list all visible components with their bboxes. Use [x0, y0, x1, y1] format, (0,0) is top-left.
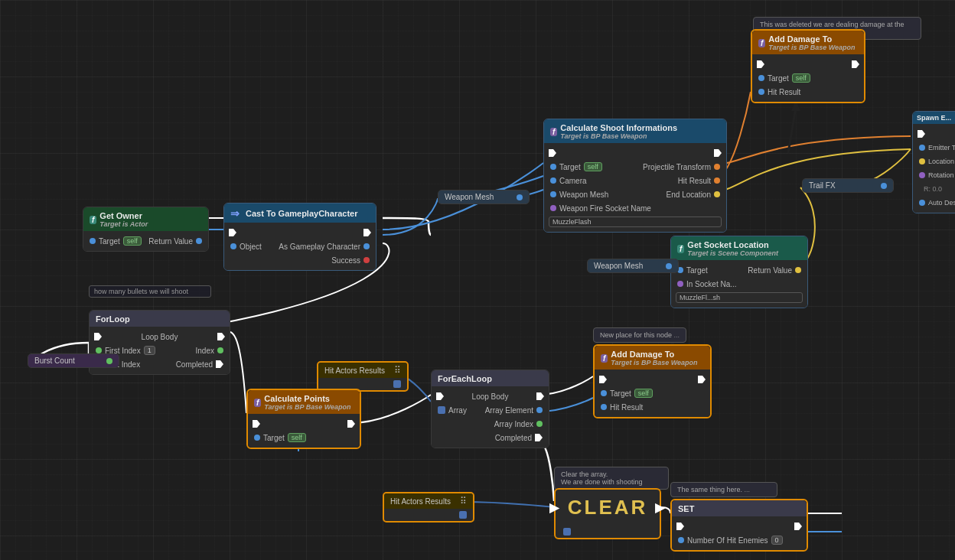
cast-to-gameplay-node[interactable]: ⇒ Cast To GameplayCharacter Object As Ga… — [223, 203, 376, 271]
muzzle-flash-badge: MuzzleFlash — [549, 217, 722, 227]
socket-pin — [550, 205, 556, 211]
end-location-pin — [714, 191, 720, 197]
burst-count-node[interactable]: Burst Count — [28, 353, 119, 368]
weapon-mesh-out-pin — [517, 194, 523, 200]
calculate-shoot-node[interactable]: f Calculate Shoot Informations Target is… — [543, 119, 727, 233]
hit-result-pin — [714, 177, 720, 184]
exec-out-arrow: ▶ — [655, 500, 666, 515]
spawn-emitter-node[interactable]: Spawn E... Emitter Te... Location Rotati… — [912, 111, 955, 213]
func-icon: f — [758, 39, 765, 47]
num-hit-enemies-pin — [678, 537, 684, 543]
camera-pin — [550, 177, 556, 184]
completed-pin — [535, 434, 543, 441]
exec-in-pin — [229, 229, 236, 236]
hit-actors-top-node[interactable]: Hit Actors Results ⠿ — [317, 361, 409, 392]
exec-in-pin — [599, 376, 607, 383]
return-value-pin — [196, 238, 202, 244]
trail-fx-node[interactable]: Trail FX — [802, 178, 894, 193]
as-gameplay-pin — [363, 243, 370, 249]
return-value-pin — [795, 267, 801, 273]
func-icon: f — [677, 245, 684, 253]
weapon-mesh-pin — [550, 191, 556, 197]
exec-out-pin — [852, 60, 859, 68]
clear-node[interactable]: ▶ CLEAR ▶ — [554, 488, 661, 539]
completed-pin — [216, 360, 223, 368]
func-icon: f — [601, 354, 608, 363]
trail-fx-out-pin — [881, 183, 887, 189]
exec-in-pin — [676, 523, 684, 530]
func-icon: f — [90, 216, 96, 224]
exec-in-pin — [436, 392, 444, 400]
hit-actors-bot-out-pin — [459, 511, 467, 519]
exec-in-pin — [549, 149, 556, 157]
clear-comment: Clear the array.We are done with shootin… — [554, 467, 669, 490]
target-pin — [254, 435, 260, 441]
exec-out-pin — [347, 420, 355, 428]
location-pin — [919, 158, 925, 164]
proj-transform-pin — [714, 164, 720, 170]
target-pin — [90, 238, 96, 244]
exec-out-pin — [714, 149, 722, 157]
success-pin — [363, 257, 370, 263]
exec-out-pin — [363, 229, 371, 236]
rotation-pin — [919, 172, 925, 178]
hit-actors-out-pin — [393, 380, 401, 388]
cast-icon: ⇒ — [230, 207, 240, 220]
same-thing-note: The same thing here. ... — [670, 482, 777, 497]
first-index-pin — [96, 347, 102, 353]
array-index-pin — [536, 421, 543, 427]
object-pin — [230, 243, 236, 249]
socket-name-pin — [677, 281, 683, 287]
calculate-points-node[interactable]: f Calculate Points Target is BP Base Wea… — [246, 389, 361, 449]
exec-in-pin — [757, 60, 764, 68]
hit-result-pin — [758, 89, 764, 95]
exec-in-pin — [253, 420, 260, 428]
weapon-mesh-mid-out-pin — [666, 263, 672, 269]
exec-in-arrow: ▶ — [549, 500, 560, 515]
get-owner-node[interactable]: f Get Owner Target is Actor Target self … — [83, 207, 209, 252]
set-node[interactable]: SET Number Of Hit Enemies 0 — [670, 499, 808, 552]
weapon-mesh-top-node[interactable]: Weapon Mesh — [438, 190, 530, 204]
emitter-pin — [919, 145, 925, 151]
clear-array-pin — [563, 528, 571, 536]
auto-dest-pin — [919, 200, 925, 206]
target-pin — [758, 75, 764, 81]
exec-out-pin — [794, 523, 802, 530]
exec-out-pin — [698, 376, 706, 383]
muzzle-badge: MuzzleFl...sh — [676, 292, 803, 303]
loop-body-pin — [536, 392, 544, 400]
loop-body-pin — [217, 333, 225, 340]
hit-actors-bot-node[interactable]: Hit Actors Results ⠿ — [383, 492, 474, 523]
hit-result-pin — [601, 404, 607, 410]
add-damage-top-node[interactable]: f Add Damage To Target is BP Base Weapon… — [751, 29, 865, 103]
foreach-loop-node[interactable]: ForEachLoop Loop Body Array Array Elemen… — [431, 370, 549, 448]
burst-count-out-pin — [106, 358, 112, 364]
array-element-pin — [536, 407, 543, 413]
index-pin — [217, 347, 223, 353]
get-socket-location-node[interactable]: f Get Socket Location Target is Scene Co… — [670, 236, 808, 308]
array-pin — [438, 406, 445, 414]
target-pin — [550, 164, 556, 170]
func-icon: f — [550, 128, 557, 136]
func-icon: f — [254, 399, 261, 407]
weapon-mesh-mid-node[interactable]: Weapon Mesh — [587, 259, 679, 273]
add-damage-mid-node[interactable]: f Add Damage To Target is BP Base Weapon… — [593, 344, 712, 418]
forloop-comment: how many bullets we will shoot — [89, 285, 211, 298]
exec-in-pin — [94, 333, 102, 340]
exec-in-pin — [918, 130, 925, 138]
target-pin — [601, 390, 607, 396]
new-place-note: New place for this node ... — [593, 327, 686, 343]
